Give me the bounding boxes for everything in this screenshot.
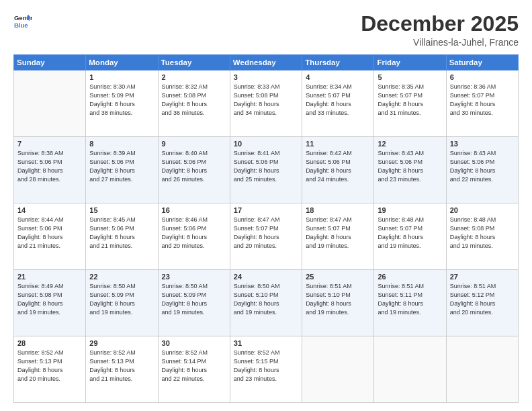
day-number: 14 [17, 206, 82, 214]
day-info: Sunrise: 8:39 AM Sunset: 5:06 PM Dayligh… [89, 149, 154, 184]
day-number: 4 [306, 73, 370, 81]
day-number: 18 [306, 206, 370, 214]
day-number: 7 [17, 140, 82, 148]
table-cell [374, 336, 446, 403]
table-cell: 21Sunrise: 8:49 AM Sunset: 5:08 PM Dayli… [14, 270, 86, 336]
header: General Blue December 2025 Villaines-la-… [13, 12, 519, 48]
day-info: Sunrise: 8:32 AM Sunset: 5:08 PM Dayligh… [162, 83, 226, 118]
table-cell: 15Sunrise: 8:45 AM Sunset: 5:06 PM Dayli… [86, 203, 158, 270]
table-cell: 27Sunrise: 8:51 AM Sunset: 5:12 PM Dayli… [446, 270, 518, 336]
table-cell: 7Sunrise: 8:38 AM Sunset: 5:06 PM Daylig… [14, 137, 86, 203]
day-info: Sunrise: 8:46 AM Sunset: 5:06 PM Dayligh… [162, 216, 226, 250]
col-thursday: Thursday [302, 55, 374, 71]
calendar-table: Sunday Monday Tuesday Wednesday Thursday… [13, 54, 519, 403]
table-cell: 22Sunrise: 8:50 AM Sunset: 5:09 PM Dayli… [86, 270, 158, 336]
day-number: 26 [378, 273, 442, 281]
table-cell: 31Sunrise: 8:52 AM Sunset: 5:15 PM Dayli… [230, 336, 302, 403]
table-cell: 3Sunrise: 8:33 AM Sunset: 5:08 PM Daylig… [230, 71, 302, 137]
day-number: 10 [234, 140, 298, 148]
day-number: 31 [234, 339, 298, 347]
logo: General Blue [13, 12, 32, 31]
day-info: Sunrise: 8:51 AM Sunset: 5:11 PM Dayligh… [378, 282, 442, 317]
calendar-title: December 2025 [361, 12, 519, 36]
day-number: 20 [450, 206, 515, 214]
day-info: Sunrise: 8:34 AM Sunset: 5:07 PM Dayligh… [306, 83, 370, 118]
table-row: 14Sunrise: 8:44 AM Sunset: 5:06 PM Dayli… [14, 203, 519, 270]
table-cell: 25Sunrise: 8:51 AM Sunset: 5:10 PM Dayli… [302, 270, 374, 336]
day-info: Sunrise: 8:50 AM Sunset: 5:10 PM Dayligh… [234, 282, 298, 317]
day-number: 27 [450, 273, 515, 281]
col-monday: Monday [86, 55, 158, 71]
table-cell: 16Sunrise: 8:46 AM Sunset: 5:06 PM Dayli… [158, 203, 230, 270]
day-number: 2 [162, 73, 226, 81]
day-info: Sunrise: 8:40 AM Sunset: 5:06 PM Dayligh… [162, 149, 226, 184]
table-cell: 6Sunrise: 8:36 AM Sunset: 5:07 PM Daylig… [446, 71, 518, 137]
table-cell: 1Sunrise: 8:30 AM Sunset: 5:09 PM Daylig… [86, 71, 158, 137]
table-row: 7Sunrise: 8:38 AM Sunset: 5:06 PM Daylig… [14, 137, 519, 203]
day-info: Sunrise: 8:51 AM Sunset: 5:10 PM Dayligh… [306, 282, 370, 317]
day-number: 12 [378, 140, 442, 148]
day-info: Sunrise: 8:52 AM Sunset: 5:15 PM Dayligh… [234, 349, 298, 383]
table-cell: 17Sunrise: 8:47 AM Sunset: 5:07 PM Dayli… [230, 203, 302, 270]
day-info: Sunrise: 8:48 AM Sunset: 5:08 PM Dayligh… [450, 216, 515, 250]
table-cell: 28Sunrise: 8:52 AM Sunset: 5:13 PM Dayli… [14, 336, 86, 403]
day-info: Sunrise: 8:49 AM Sunset: 5:08 PM Dayligh… [17, 282, 82, 317]
day-number: 8 [89, 140, 154, 148]
col-saturday: Saturday [446, 55, 518, 71]
day-number: 19 [378, 206, 442, 214]
table-cell: 23Sunrise: 8:50 AM Sunset: 5:09 PM Dayli… [158, 270, 230, 336]
day-number: 30 [162, 339, 226, 347]
table-cell [14, 71, 86, 137]
table-cell: 26Sunrise: 8:51 AM Sunset: 5:11 PM Dayli… [374, 270, 446, 336]
day-info: Sunrise: 8:41 AM Sunset: 5:06 PM Dayligh… [234, 149, 298, 184]
day-info: Sunrise: 8:47 AM Sunset: 5:07 PM Dayligh… [234, 216, 298, 250]
table-row: 21Sunrise: 8:49 AM Sunset: 5:08 PM Dayli… [14, 270, 519, 336]
day-info: Sunrise: 8:36 AM Sunset: 5:07 PM Dayligh… [450, 83, 515, 118]
day-info: Sunrise: 8:43 AM Sunset: 5:06 PM Dayligh… [378, 149, 442, 184]
day-info: Sunrise: 8:43 AM Sunset: 5:06 PM Dayligh… [450, 149, 515, 184]
day-number: 5 [378, 73, 442, 81]
table-row: 28Sunrise: 8:52 AM Sunset: 5:13 PM Dayli… [14, 336, 519, 403]
day-info: Sunrise: 8:50 AM Sunset: 5:09 PM Dayligh… [89, 282, 154, 317]
day-number: 23 [162, 273, 226, 281]
col-tuesday: Tuesday [158, 55, 230, 71]
table-cell: 24Sunrise: 8:50 AM Sunset: 5:10 PM Dayli… [230, 270, 302, 336]
day-info: Sunrise: 8:42 AM Sunset: 5:06 PM Dayligh… [306, 149, 370, 184]
day-number: 15 [89, 206, 154, 214]
table-cell: 29Sunrise: 8:52 AM Sunset: 5:13 PM Dayli… [86, 336, 158, 403]
day-info: Sunrise: 8:38 AM Sunset: 5:06 PM Dayligh… [17, 149, 82, 184]
day-info: Sunrise: 8:30 AM Sunset: 5:09 PM Dayligh… [89, 83, 154, 118]
day-info: Sunrise: 8:45 AM Sunset: 5:06 PM Dayligh… [89, 216, 154, 250]
day-number: 6 [450, 73, 515, 81]
table-cell: 30Sunrise: 8:52 AM Sunset: 5:14 PM Dayli… [158, 336, 230, 403]
day-number: 29 [89, 339, 154, 347]
day-info: Sunrise: 8:47 AM Sunset: 5:07 PM Dayligh… [306, 216, 370, 250]
table-row: 1Sunrise: 8:30 AM Sunset: 5:09 PM Daylig… [14, 71, 519, 137]
day-info: Sunrise: 8:52 AM Sunset: 5:14 PM Dayligh… [162, 349, 226, 383]
table-cell: 13Sunrise: 8:43 AM Sunset: 5:06 PM Dayli… [446, 137, 518, 203]
col-wednesday: Wednesday [230, 55, 302, 71]
svg-text:Blue: Blue [14, 21, 28, 29]
day-number: 16 [162, 206, 226, 214]
day-info: Sunrise: 8:50 AM Sunset: 5:09 PM Dayligh… [162, 282, 226, 317]
table-cell: 9Sunrise: 8:40 AM Sunset: 5:06 PM Daylig… [158, 137, 230, 203]
page: General Blue December 2025 Villaines-la-… [0, 0, 532, 411]
table-cell [446, 336, 518, 403]
day-number: 25 [306, 273, 370, 281]
table-cell: 11Sunrise: 8:42 AM Sunset: 5:06 PM Dayli… [302, 137, 374, 203]
table-cell: 12Sunrise: 8:43 AM Sunset: 5:06 PM Dayli… [374, 137, 446, 203]
table-cell: 19Sunrise: 8:48 AM Sunset: 5:07 PM Dayli… [374, 203, 446, 270]
table-cell: 5Sunrise: 8:35 AM Sunset: 5:07 PM Daylig… [374, 71, 446, 137]
day-info: Sunrise: 8:33 AM Sunset: 5:08 PM Dayligh… [234, 83, 298, 118]
day-number: 22 [89, 273, 154, 281]
table-cell: 14Sunrise: 8:44 AM Sunset: 5:06 PM Dayli… [14, 203, 86, 270]
day-number: 28 [17, 339, 82, 347]
table-cell: 4Sunrise: 8:34 AM Sunset: 5:07 PM Daylig… [302, 71, 374, 137]
day-number: 17 [234, 206, 298, 214]
day-number: 3 [234, 73, 298, 81]
table-cell [302, 336, 374, 403]
col-friday: Friday [374, 55, 446, 71]
table-cell: 2Sunrise: 8:32 AM Sunset: 5:08 PM Daylig… [158, 71, 230, 137]
day-info: Sunrise: 8:52 AM Sunset: 5:13 PM Dayligh… [89, 349, 154, 383]
table-cell: 20Sunrise: 8:48 AM Sunset: 5:08 PM Dayli… [446, 203, 518, 270]
